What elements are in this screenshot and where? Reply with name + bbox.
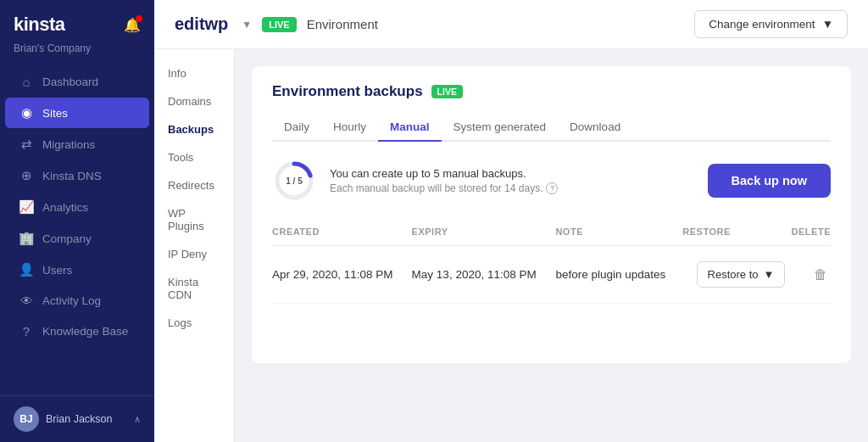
sidebar-item-label: Users	[42, 264, 72, 277]
sidebar-item-label: Migrations	[42, 138, 95, 151]
col-restore: RESTORE	[682, 227, 785, 246]
sidebar-item-label: Sites	[42, 107, 68, 120]
sidebar-item-label: Kinsta DNS	[42, 170, 102, 182]
table-actions: Restore to ▼	[682, 261, 785, 288]
cell-note: before plugin updates	[555, 246, 682, 304]
restore-chevron-icon: ▼	[764, 268, 775, 281]
donut-label: 1 / 5	[286, 176, 302, 186]
sidebar-item-analytics[interactable]: 📈 Analytics	[5, 192, 149, 222]
col-note: NOTE	[555, 227, 682, 246]
back-up-now-button[interactable]: Back up now	[708, 164, 831, 198]
backup-info-row: 1 / 5 You can create up to 5 manual back…	[272, 159, 831, 203]
backups-table: CREATED EXPIRY NOTE RESTORE DELETE Apr 2…	[272, 227, 831, 304]
sidebar-item-label: Knowledge Base	[42, 325, 128, 338]
bell-icon-wrapper[interactable]: 🔔	[124, 17, 141, 33]
sidebar-item-knowledge-base[interactable]: ? Knowledge Base	[5, 316, 149, 346]
sidebar-header: kinsta 🔔	[0, 0, 154, 42]
users-icon: 👤	[19, 262, 34, 277]
backup-info-text: You can create up to 5 manual backups.	[330, 167, 558, 180]
sub-nav-logs[interactable]: Logs	[154, 309, 234, 337]
nav-items: ⌂ Dashboard ◉ Sites ⇄ Migrations ⊕ Kinst…	[0, 66, 154, 395]
backups-title: Environment backups	[272, 83, 423, 100]
tab-system-generated[interactable]: System generated	[442, 114, 559, 142]
tab-download[interactable]: Download	[558, 114, 632, 142]
backups-live-badge: LIVE	[431, 85, 463, 98]
cell-delete: 🗑	[785, 246, 831, 304]
sub-nav-domains[interactable]: Domains	[154, 87, 234, 115]
sites-icon: ◉	[19, 105, 34, 120]
sidebar-item-migrations[interactable]: ⇄ Migrations	[5, 129, 149, 159]
sidebar-item-sites[interactable]: ◉ Sites	[5, 98, 149, 128]
main-panel: Environment backups LIVE Daily Hourly Ma…	[235, 49, 868, 442]
sidebar-item-company[interactable]: 🏢 Company	[5, 223, 149, 254]
tab-hourly[interactable]: Hourly	[321, 114, 378, 142]
backup-text: You can create up to 5 manual backups. E…	[330, 167, 558, 194]
sidebar-item-label: Analytics	[42, 201, 88, 214]
tab-manual[interactable]: Manual	[378, 114, 442, 142]
col-expiry: EXPIRY	[412, 227, 556, 246]
backups-header: Environment backups LIVE	[272, 83, 831, 100]
cell-created: Apr 29, 2020, 11:08 PM	[272, 246, 412, 304]
site-name: editwp	[175, 14, 228, 34]
knowledge-base-icon: ?	[19, 324, 34, 338]
topbar: editwp ▼ LIVE Environment Change environ…	[154, 0, 868, 49]
kinsta-logo: kinsta	[14, 14, 65, 36]
kinsta-dns-icon: ⊕	[19, 168, 34, 183]
backup-donut: 1 / 5	[272, 159, 316, 203]
sidebar-footer: BJ Brian Jackson ∧	[0, 395, 154, 442]
change-env-label: Change environment	[709, 18, 815, 31]
activity-log-icon: 👁	[19, 294, 34, 308]
live-badge: LIVE	[262, 17, 296, 32]
site-dropdown-arrow[interactable]: ▼	[242, 19, 252, 31]
sub-nav-ip-deny[interactable]: IP Deny	[154, 240, 234, 268]
help-icon[interactable]: ?	[546, 182, 558, 194]
user-info: BJ Brian Jackson	[14, 406, 113, 432]
sidebar-item-activity-log[interactable]: 👁 Activity Log	[5, 286, 149, 316]
col-delete: DELETE	[785, 227, 831, 246]
sidebar: kinsta 🔔 Brian's Company ⌂ Dashboard ◉ S…	[0, 0, 154, 442]
avatar: BJ	[14, 406, 39, 432]
sub-nav-tools[interactable]: Tools	[154, 143, 234, 171]
company-icon: 🏢	[19, 231, 34, 246]
notification-dot	[136, 15, 142, 22]
company-name: Brian's Company	[0, 42, 154, 66]
delete-button[interactable]: 🗑	[810, 264, 831, 286]
sub-nav-info[interactable]: Info	[154, 59, 234, 87]
main-area: editwp ▼ LIVE Environment Change environ…	[154, 0, 868, 442]
sub-nav-wp-plugins[interactable]: WP Plugins	[154, 199, 234, 240]
sub-nav-redirects[interactable]: Redirects	[154, 171, 234, 199]
sidebar-item-kinsta-dns[interactable]: ⊕ Kinsta DNS	[5, 160, 149, 191]
dashboard-icon: ⌂	[19, 75, 34, 89]
analytics-icon: 📈	[19, 199, 34, 215]
backup-info-left: 1 / 5 You can create up to 5 manual back…	[272, 159, 558, 203]
backup-info-subtext: Each manual backup will be stored for 14…	[330, 182, 558, 194]
restore-to-button[interactable]: Restore to ▼	[697, 261, 786, 288]
sidebar-item-label: Activity Log	[42, 294, 101, 307]
col-created: CREATED	[272, 227, 412, 246]
cell-expiry: May 13, 2020, 11:08 PM	[412, 246, 556, 304]
migrations-icon: ⇄	[19, 137, 34, 152]
sidebar-item-label: Dashboard	[42, 76, 98, 88]
cell-restore: Restore to ▼	[682, 246, 785, 304]
sub-nav: Info Domains Backups Tools Redirects WP …	[154, 49, 235, 442]
sub-nav-backups[interactable]: Backups	[154, 115, 234, 143]
restore-label: Restore to	[708, 268, 759, 281]
sub-nav-kinsta-cdn[interactable]: Kinsta CDN	[154, 268, 234, 309]
trash-icon: 🗑	[814, 267, 827, 282]
environment-name: Environment	[307, 17, 378, 31]
sidebar-item-users[interactable]: 👤 Users	[5, 255, 149, 285]
table-row: Apr 29, 2020, 11:08 PM May 13, 2020, 11:…	[272, 246, 831, 304]
tab-daily[interactable]: Daily	[272, 114, 321, 142]
change-environment-button[interactable]: Change environment ▼	[694, 10, 848, 38]
content-area: Info Domains Backups Tools Redirects WP …	[154, 49, 868, 442]
table-header-row: CREATED EXPIRY NOTE RESTORE DELETE	[272, 227, 831, 246]
backups-card: Environment backups LIVE Daily Hourly Ma…	[252, 66, 851, 363]
sidebar-item-label: Company	[42, 232, 92, 245]
chevron-up-icon[interactable]: ∧	[134, 414, 141, 425]
chevron-down-icon: ▼	[822, 18, 833, 31]
sidebar-item-dashboard[interactable]: ⌂ Dashboard	[5, 67, 149, 97]
user-name: Brian Jackson	[46, 413, 113, 425]
backup-tabs: Daily Hourly Manual System generated Dow…	[272, 114, 831, 142]
